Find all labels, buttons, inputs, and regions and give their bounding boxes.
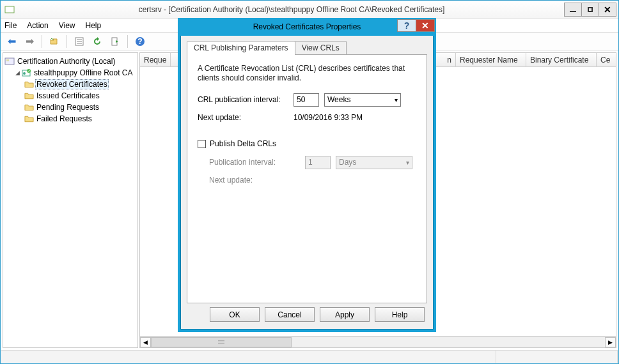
tab-panel: A Certificate Revocation List (CRL) desc… — [187, 54, 427, 303]
column-header[interactable]: Ce — [597, 53, 616, 66]
scroll-thumb[interactable] — [151, 337, 292, 347]
chevron-down-icon: ▾ — [395, 96, 398, 103]
properties-dialog: Revoked Certificates Properties ? ✕ CRL … — [178, 18, 436, 332]
next-update-value: 10/09/2016 9:33 PM — [294, 113, 363, 122]
crl-interval-input[interactable] — [294, 93, 319, 107]
window-controls: ✕ — [565, 3, 616, 17]
toolbar-sep — [42, 35, 42, 48]
crl-interval-unit-select[interactable]: Weeks ▾ — [324, 93, 401, 107]
toolbar-sep — [127, 35, 128, 48]
dialog-description: A Certificate Revocation List (CRL) desc… — [198, 64, 416, 83]
dialog-close-button[interactable]: ✕ — [416, 19, 435, 32]
svg-text:?: ? — [137, 37, 142, 46]
delta-interval-input — [305, 156, 331, 169]
column-header[interactable]: Requester Name — [456, 53, 526, 66]
tree-root-label: Certification Authority (Local) — [16, 57, 116, 66]
export-button[interactable] — [108, 34, 122, 49]
crl-interval-label: CRL publication interval: — [198, 95, 294, 104]
folder-icon — [24, 114, 34, 124]
tree-twisty-icon[interactable]: ◢ — [13, 70, 21, 76]
forward-button[interactable]: ➡ — [22, 34, 36, 49]
tab-strip: CRL Publishing Parameters View CRLs — [187, 41, 427, 55]
folder-icon — [24, 79, 34, 89]
scroll-left-button[interactable]: ◀ — [140, 337, 151, 347]
dialog-help-button[interactable]: ? — [397, 19, 416, 32]
help-button[interactable]: Help — [375, 307, 425, 322]
up-button[interactable] — [47, 34, 61, 49]
menu-help[interactable]: Help — [86, 21, 102, 30]
tree-item-pending[interactable]: Pending Requests — [4, 102, 136, 113]
crl-interval-unit-value: Weeks — [327, 95, 350, 104]
tree-item-label: Issued Certificates — [35, 91, 101, 100]
properties-button[interactable] — [72, 34, 86, 49]
horizontal-scrollbar[interactable]: ◀ ▶ — [139, 337, 616, 348]
dialog-body: CRL Publishing Parameters View CRLs A Ce… — [180, 36, 434, 308]
ok-button[interactable]: OK — [210, 307, 260, 322]
tree-ca-label: stealthpuppy Offline Root CA — [33, 68, 134, 77]
menu-action[interactable]: Action — [27, 21, 48, 30]
cancel-button[interactable]: Cancel — [265, 307, 315, 322]
menu-view[interactable]: View — [59, 21, 75, 30]
tree-pane: Certification Authority (Local) ◢ stealt… — [3, 52, 138, 348]
tree-item-label: Failed Requests — [35, 114, 93, 123]
folder-icon — [24, 102, 34, 112]
delta-interval-unit-value: Days — [339, 158, 356, 167]
publish-delta-label: Publish Delta CRLs — [210, 139, 276, 148]
column-header[interactable]: Reque — [140, 53, 171, 66]
scroll-track[interactable] — [151, 337, 605, 347]
apply-button[interactable]: Apply — [320, 307, 370, 322]
app-icon — [4, 4, 15, 15]
svg-rect-9 — [6, 59, 9, 61]
tree-item-failed[interactable]: Failed Requests — [4, 113, 136, 125]
statusbar — [1, 350, 618, 363]
tree-item-label: Pending Requests — [35, 103, 100, 112]
tree-root[interactable]: Certification Authority (Local) — [4, 56, 136, 67]
folder-icon — [24, 91, 34, 101]
dialog-buttons: OK Cancel Apply Help — [210, 307, 425, 322]
publish-delta-checkbox[interactable] — [198, 140, 206, 148]
tree-item-revoked[interactable]: Revoked Certificates — [4, 79, 136, 90]
tree-item-issued[interactable]: Issued Certificates — [4, 90, 136, 102]
maximize-button[interactable] — [581, 3, 599, 17]
delta-interval-label: Publication interval: — [209, 158, 305, 167]
window-title: certsrv - [Certification Authority (Loca… — [19, 5, 565, 14]
tab-view-crls[interactable]: View CRLs — [295, 41, 347, 55]
back-button[interactable]: ⬅ — [4, 34, 19, 49]
ca-root-icon — [4, 56, 15, 66]
help-button[interactable]: ? — [133, 34, 147, 49]
column-header[interactable]: Binary Certificate — [526, 53, 597, 66]
menu-file[interactable]: File — [4, 21, 17, 30]
refresh-button[interactable] — [90, 34, 104, 49]
tree-ca[interactable]: ◢ stealthpuppy Offline Root CA — [4, 67, 136, 79]
chevron-down-icon: ▾ — [406, 159, 409, 166]
close-button[interactable]: ✕ — [599, 3, 616, 17]
delta-next-label: Next update: — [209, 176, 305, 185]
tab-crl-params[interactable]: CRL Publishing Parameters — [187, 41, 295, 55]
toolbar-sep — [67, 35, 67, 48]
delta-interval-unit-select: Days ▾ — [336, 156, 412, 169]
svg-point-11 — [23, 72, 26, 75]
ca-node-icon — [21, 68, 31, 78]
main-titlebar: certsrv - [Certification Authority (Loca… — [1, 1, 618, 19]
tree-item-label: Revoked Certificates — [35, 79, 109, 89]
minimize-button[interactable] — [564, 3, 582, 17]
svg-rect-0 — [5, 6, 14, 13]
next-update-label: Next update: — [198, 113, 294, 122]
dialog-titlebar[interactable]: Revoked Certificates Properties ? ✕ — [178, 18, 436, 36]
scroll-right-button[interactable]: ▶ — [605, 337, 616, 347]
